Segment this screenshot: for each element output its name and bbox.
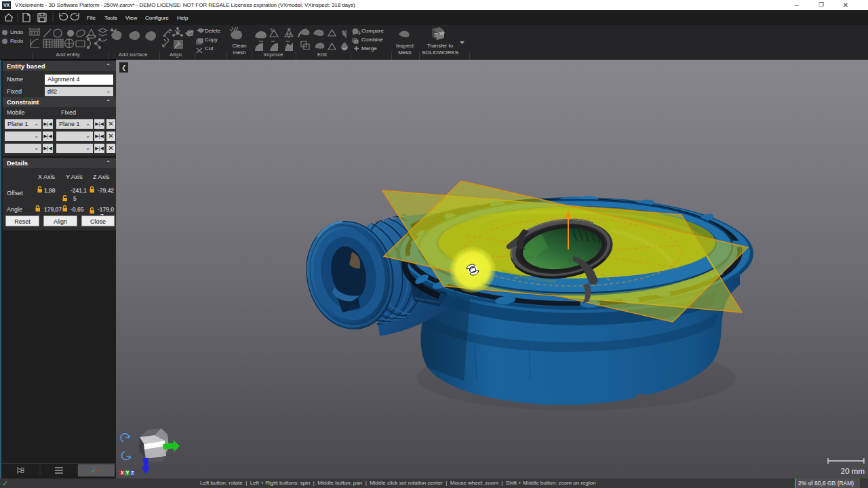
svg-text:20 mm: 20 mm [841, 467, 865, 475]
svg-text:❮: ❮ [121, 64, 127, 72]
svg-text:Y: Y [126, 470, 130, 475]
svg-text:X: X [121, 470, 124, 475]
svg-text:W: W [439, 30, 445, 37]
svg-text:Z: Z [131, 470, 134, 475]
svg-text:S: S [434, 32, 438, 38]
